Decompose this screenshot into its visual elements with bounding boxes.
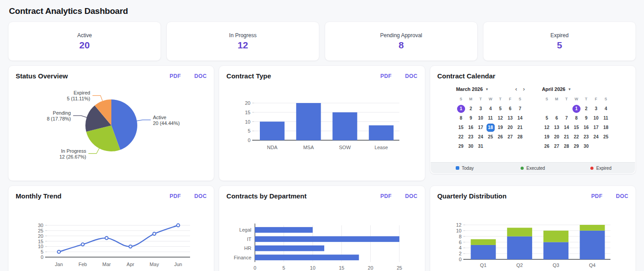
doc-export-link[interactable]: DOC xyxy=(405,73,418,79)
calendar-day[interactable]: 22 xyxy=(456,132,466,142)
calendar-day[interactable]: 4 xyxy=(486,104,496,113)
calendar-day[interactable]: 26 xyxy=(542,142,552,151)
calendar-day[interactable]: 6 xyxy=(505,104,515,113)
bar-chart-svg: 05101520NDAMSASOWLease xyxy=(226,81,417,170)
calendar-day[interactable]: 26 xyxy=(496,132,505,142)
svg-text:Q2: Q2 xyxy=(516,262,523,268)
calendar-day[interactable]: 28 xyxy=(515,132,525,142)
doc-export-link[interactable]: DOC xyxy=(194,73,207,79)
pdf-export-link[interactable]: PDF xyxy=(169,193,181,199)
calendar-day[interactable]: 24 xyxy=(476,132,486,142)
doc-export-link[interactable]: DOC xyxy=(405,193,418,199)
calendar-day[interactable]: 12 xyxy=(496,113,505,123)
calendar-day[interactable]: 31 xyxy=(476,142,486,151)
doc-export-link[interactable]: DOC xyxy=(194,193,207,199)
svg-text:May: May xyxy=(150,262,159,267)
calendar-day-empty xyxy=(496,142,505,151)
calendar-day[interactable]: 25 xyxy=(486,132,496,142)
pdf-export-link[interactable]: PDF xyxy=(381,73,392,79)
calendar-day[interactable]: 23 xyxy=(581,132,591,142)
svg-text:0: 0 xyxy=(41,254,43,260)
calendar-day[interactable]: 7 xyxy=(515,104,525,113)
calendar-day[interactable]: 20 xyxy=(552,132,562,142)
calendar-day[interactable]: 1 xyxy=(456,104,466,113)
calendar-day[interactable]: 3 xyxy=(591,104,601,113)
calendar-day[interactable]: 18 xyxy=(486,123,496,132)
pdf-export-link[interactable]: PDF xyxy=(381,193,392,199)
calendar-day[interactable]: 10 xyxy=(476,113,486,123)
calendar-day-empty xyxy=(601,142,611,151)
calendar-day[interactable]: 25 xyxy=(601,132,611,142)
svg-text:15: 15 xyxy=(38,239,43,244)
pdf-export-link[interactable]: PDF xyxy=(169,73,181,79)
calendar-day[interactable]: 27 xyxy=(552,142,562,151)
calendar-day[interactable]: 2 xyxy=(466,104,476,113)
calendar-day[interactable]: 7 xyxy=(562,113,572,123)
chevron-down-icon: ▾ xyxy=(568,87,571,91)
weekday-label: W xyxy=(486,97,496,104)
calendar-day[interactable]: 13 xyxy=(505,113,515,123)
calendar-day[interactable]: 27 xyxy=(505,132,515,142)
calendar-day[interactable]: 10 xyxy=(591,113,601,123)
calendar-day[interactable]: 5 xyxy=(542,113,552,123)
calendar-day[interactable]: 14 xyxy=(562,123,572,132)
svg-text:2: 2 xyxy=(459,251,462,256)
calendar-day[interactable]: 8 xyxy=(572,113,581,123)
calendar-day[interactable]: 5 xyxy=(496,104,505,113)
contract-calendar-panel: Contract Calendar March 2026▾‹›SMTWTFS12… xyxy=(430,65,636,174)
monthly-trend-panel: Monthly Trend PDF DOC 051015202530JanFeb… xyxy=(8,185,214,271)
calendar-day[interactable]: 6 xyxy=(552,113,562,123)
calendar-day[interactable]: 11 xyxy=(601,113,611,123)
next-month-button[interactable]: › xyxy=(523,86,525,92)
calendar-day[interactable]: 21 xyxy=(562,132,572,142)
calendar-day[interactable]: 24 xyxy=(591,132,601,142)
calendar-day[interactable]: 8 xyxy=(456,113,466,123)
calendar-day[interactable]: 18 xyxy=(601,123,611,132)
calendar-day[interactable]: 30 xyxy=(581,142,591,151)
weekday-label: T xyxy=(496,97,505,104)
calendar-day[interactable]: 16 xyxy=(466,123,476,132)
calendar-day[interactable]: 1 xyxy=(572,104,581,113)
weekday-label: F xyxy=(591,97,601,104)
pdf-export-link[interactable]: PDF xyxy=(591,193,602,199)
prev-month-button[interactable]: ‹ xyxy=(515,86,517,92)
svg-text:0: 0 xyxy=(254,265,256,271)
calendar-day[interactable]: 17 xyxy=(591,123,601,132)
panel-title: Contract Calendar xyxy=(437,72,496,80)
calendar-day[interactable]: 29 xyxy=(572,142,581,151)
stat-card-expired: Expired 5 xyxy=(483,22,636,61)
calendar-day[interactable]: 28 xyxy=(562,142,572,151)
calendar-day[interactable]: 16 xyxy=(581,123,591,132)
doc-export-link[interactable]: DOC xyxy=(616,193,628,199)
weekday-label: S xyxy=(542,97,552,104)
calendar-day[interactable]: 17 xyxy=(476,123,486,132)
calendar-day[interactable]: 19 xyxy=(496,123,505,132)
calendar-day[interactable]: 20 xyxy=(505,123,515,132)
calendar-day-empty xyxy=(562,104,572,113)
calendar-day[interactable]: 11 xyxy=(486,113,496,123)
calendar-day[interactable]: 19 xyxy=(542,132,552,142)
month-select[interactable]: March 2026▾ xyxy=(456,86,488,92)
calendar-day[interactable]: 23 xyxy=(466,132,476,142)
calendar-day[interactable]: 22 xyxy=(572,132,581,142)
calendar-day[interactable]: 12 xyxy=(542,123,552,132)
legend-label: Today xyxy=(462,166,474,171)
weekday-label: S xyxy=(601,97,611,104)
calendar-day[interactable]: 30 xyxy=(466,142,476,151)
calendar-day[interactable]: 15 xyxy=(572,123,581,132)
calendar-day[interactable]: 21 xyxy=(515,123,525,132)
calendar-day[interactable]: 14 xyxy=(515,113,525,123)
month-label: March 2026 xyxy=(456,86,483,92)
calendar-day[interactable]: 3 xyxy=(476,104,486,113)
calendar-day[interactable]: 13 xyxy=(552,123,562,132)
month-select[interactable]: April 2026▾ xyxy=(542,86,571,92)
calendar-day[interactable]: 4 xyxy=(601,104,611,113)
stat-value: 8 xyxy=(398,40,404,51)
calendar-day[interactable]: 29 xyxy=(456,142,466,151)
calendar-day[interactable]: 2 xyxy=(581,104,591,113)
calendar-day[interactable]: 15 xyxy=(456,123,466,132)
calendar-day[interactable]: 9 xyxy=(466,113,476,123)
svg-text:Q1: Q1 xyxy=(480,262,487,268)
calendar-day[interactable]: 9 xyxy=(581,113,591,123)
svg-text:Q3: Q3 xyxy=(552,262,559,268)
